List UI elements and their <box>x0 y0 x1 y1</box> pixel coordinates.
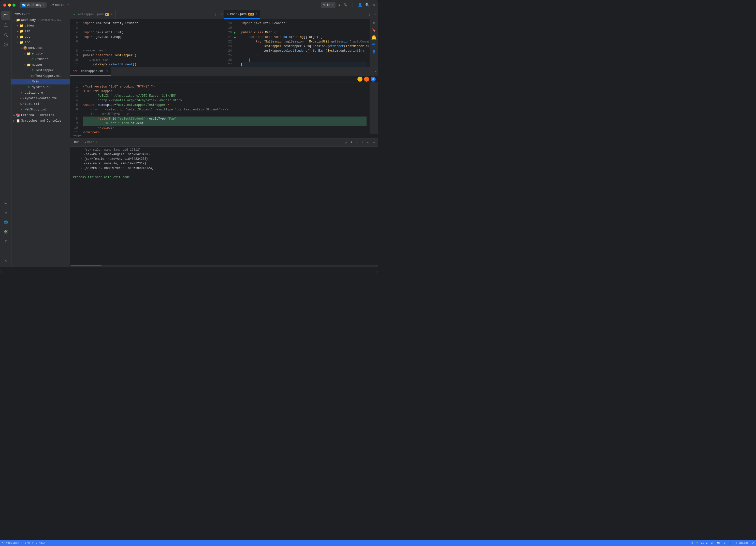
tree-label-comtest: com.test <box>28 46 43 50</box>
tree-item-webstudy[interactable]: ▾ 📁 WebStudy ~/Desktop/CS/Jav <box>11 17 70 23</box>
tree-item-out[interactable]: ▶ 📁 out <box>11 34 70 40</box>
activity-folder-icon[interactable] <box>1 11 10 20</box>
minimize-button[interactable] <box>8 4 11 7</box>
folder-icon: 📁 <box>16 18 20 22</box>
code-line: <!DOCTYPE mapper <box>83 89 367 94</box>
activity-todo-icon[interactable]: ⚠ <box>1 247 10 256</box>
code-line: public static void main(String[] args) { <box>241 35 367 39</box>
close-button[interactable] <box>3 4 6 7</box>
tree-item-gitignore[interactable]: ⊘ .gitignore <box>11 90 70 96</box>
code-content-left[interactable]: import com.test.entity.Student; import j… <box>80 19 224 67</box>
class-icon: C <box>27 86 31 89</box>
settings-icon[interactable]: ⚙ <box>373 3 375 7</box>
filter-icon[interactable]: ⊙ <box>355 140 359 145</box>
expand-icon[interactable]: ⤢ <box>219 12 224 16</box>
browser-chrome-icon[interactable]: C <box>357 77 362 82</box>
tree-item-comtest[interactable]: ▾ 📦 com.test <box>11 45 70 51</box>
rp-user-icon[interactable]: 👤 <box>371 49 377 55</box>
run-tab-close[interactable]: × <box>95 141 97 144</box>
code-editor-xml[interactable]: 1234567891011 <?xml version="1.0" encodi… <box>70 82 378 134</box>
rp-notification-icon[interactable]: 🔔 <box>371 34 377 40</box>
tab-main[interactable]: ⊙ Main.java ▲15 × <box>224 10 260 19</box>
code-line: testMapper.selectStudent().forEach(Syste… <box>241 49 367 53</box>
run-tab-run[interactable]: Run <box>72 138 82 146</box>
tree-item-main[interactable]: C Main <box>11 79 70 84</box>
code-content-xml[interactable]: <?xml version="1.0" encoding="UTF-8" ?> … <box>80 82 370 134</box>
ext-libs-icon: 📚 <box>16 113 20 117</box>
ws-logo: WS <box>22 4 26 7</box>
user-icon[interactable]: 👤 <box>358 3 362 7</box>
settings-run-icon[interactable]: ⚙ <box>366 140 370 145</box>
svg-line-7 <box>7 36 8 37</box>
rp-structure-icon[interactable]: ≡ <box>371 20 377 26</box>
run-gutter-method[interactable]: ▶ <box>234 35 238 39</box>
run-tab-main[interactable]: ■ Main × <box>83 138 99 146</box>
tree-item-lib[interactable]: ▶ 📁 lib <box>11 28 70 34</box>
tree-item-text-xml[interactable]: </> text.xml <box>11 101 70 107</box>
activity-build-icon[interactable]: ⚒ <box>1 208 10 217</box>
tree-item-src[interactable]: ▾ 📁 src <box>11 40 70 45</box>
tree-item-webstudy-iml[interactable]: W WebStudy.iml <box>11 107 70 112</box>
code-line <box>83 44 221 49</box>
activity-planet-icon[interactable]: 🌐 <box>1 218 10 227</box>
activity-search-icon[interactable] <box>1 30 10 39</box>
activity-vcs-icon[interactable] <box>1 21 10 30</box>
project-switcher[interactable]: WS WebStudy ▾ <box>20 2 47 8</box>
code-editor-left[interactable]: 234567 891011 import com.test.entity.Stu… <box>70 19 224 67</box>
rp-webstorm-icon[interactable]: WS <box>371 41 377 48</box>
tab-close-icon[interactable]: × <box>255 13 257 16</box>
more-run-options[interactable]: ⋮ <box>351 3 355 8</box>
tree-item-testmapper-xml[interactable]: </> TestMapper.xml <box>11 73 70 79</box>
folder-icon: 📁 <box>27 52 31 56</box>
rp-bookmark-icon[interactable]: 🔖 <box>371 27 377 33</box>
tab-close-icon[interactable]: × <box>111 13 112 16</box>
tree-label-scratches: Scratches and Consoles <box>21 119 61 123</box>
activity-git-icon[interactable] <box>1 40 10 49</box>
tree-item-scratches[interactable]: ▶ 📋 Scratches and Consoles <box>11 118 70 124</box>
tab-testmapper[interactable]: ⊙ TestMapper.java ▲2 × <box>70 10 116 19</box>
stop-icon[interactable]: ■ <box>350 140 354 145</box>
activity-run-icon[interactable]: ▶ <box>1 198 10 208</box>
activity-format-icon[interactable]: T <box>1 237 10 246</box>
tab-close-icon[interactable]: × <box>106 70 108 73</box>
tree-item-mybatisutil[interactable]: C MybatisUtil <box>11 84 70 90</box>
tree-item-mybatis-config[interactable]: </> mybatis-config.xml <box>11 96 70 101</box>
run-scrollbar[interactable] <box>70 265 378 267</box>
tree-item-testmapper-java[interactable]: I TestMapper <box>11 68 70 73</box>
tree-item-entity[interactable]: ▾ 📁 entity <box>11 51 70 56</box>
tree-label-src: src <box>25 41 30 44</box>
activity-git2-icon[interactable]: ⌥ <box>1 256 10 266</box>
run-line <box>73 170 375 175</box>
run-gutter-main[interactable]: ▶ <box>234 30 238 35</box>
browser-firefox-icon[interactable]: F <box>364 77 369 82</box>
scroll-end-icon[interactable]: ↓ <box>361 140 365 145</box>
browser-safari-icon[interactable]: S <box>371 77 376 82</box>
code-line: 4 usages new * <box>83 49 221 53</box>
activity-plugin-icon[interactable]: 🧩 <box>1 227 10 237</box>
search-icon[interactable]: 🔍 <box>365 3 370 7</box>
run-button[interactable]: ▶ <box>339 3 341 7</box>
tab-more-xml[interactable]: ⋮ <box>368 69 375 73</box>
rerun-icon[interactable]: ↺ <box>344 140 348 145</box>
xml-icon: </> <box>30 75 34 78</box>
maximize-button[interactable] <box>12 4 16 7</box>
code-editor-right[interactable]: 1819202122232425262728 ▶ ▶ <box>224 19 378 67</box>
tab-more-left[interactable]: ⋮ <box>212 12 219 16</box>
tree-item-ext-libs[interactable]: ▶ 📚 External Libraries <box>11 112 70 118</box>
bc-mapper: mapper <box>73 134 83 137</box>
tree-item-student[interactable]: C Student <box>11 56 70 62</box>
folder-icon: 📁 <box>20 29 24 33</box>
tab-testmapper-xml[interactable]: </> TestMapper.xml × <box>70 67 111 76</box>
expand-icon[interactable]: ⤢ <box>373 12 378 16</box>
tree-item-mapper[interactable]: ▾ 📁 mapper <box>11 62 70 68</box>
xml-tab-label: TestMapper.xml <box>79 69 105 73</box>
tab-more-right[interactable]: ⋮ <box>366 12 373 16</box>
branch-switcher[interactable]: ⎇ master ▾ <box>49 2 71 8</box>
tree-item-idea[interactable]: ▶ 📁 .idea <box>11 23 70 28</box>
class-icon: C <box>27 80 31 83</box>
code-content-right[interactable]: import java.util.Scanner; public class M… <box>238 19 370 67</box>
arrow-icon: ▾ <box>20 47 23 50</box>
run-config-selector[interactable]: Main ▾ <box>321 2 336 8</box>
debug-button[interactable]: 🐛 <box>344 3 348 7</box>
more-run-icon[interactable]: ⋯ <box>372 140 376 145</box>
